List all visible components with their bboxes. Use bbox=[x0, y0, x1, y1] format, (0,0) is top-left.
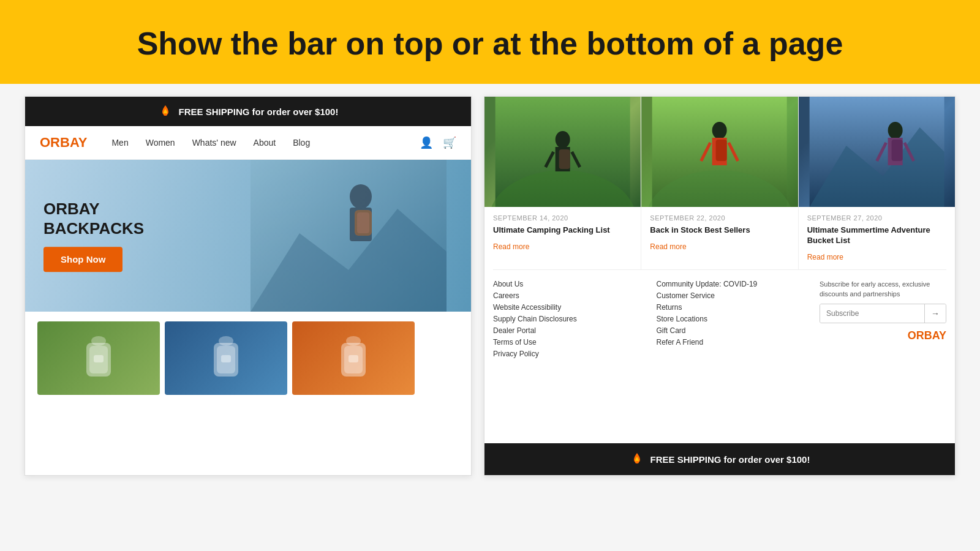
svg-rect-23 bbox=[559, 149, 570, 169]
hiking-image-2 bbox=[641, 97, 797, 207]
footer-supply-chain[interactable]: Supply Chain Disclosures bbox=[493, 315, 644, 323]
product-thumb-2[interactable] bbox=[165, 321, 287, 395]
right-panel: SEPTEMBER 14, 2020 Ultimate Camping Pack… bbox=[484, 96, 956, 476]
svg-rect-14 bbox=[221, 355, 231, 362]
flame-icon bbox=[158, 104, 173, 119]
shop-now-button[interactable]: Shop Now bbox=[43, 247, 123, 272]
hiking-image-1 bbox=[484, 97, 641, 207]
svg-rect-18 bbox=[349, 355, 358, 362]
blog-card-1-image bbox=[484, 97, 641, 207]
backpack-image-3 bbox=[335, 334, 372, 383]
svg-rect-37 bbox=[891, 140, 902, 161]
footer-refer-friend[interactable]: Refer A Friend bbox=[657, 338, 808, 347]
cart-icon[interactable]: 🛒 bbox=[443, 136, 456, 149]
blog-card-1-content: SEPTEMBER 14, 2020 Ultimate Camping Pack… bbox=[484, 207, 641, 259]
footer-col-2: Community Update: COVID-19 Customer Serv… bbox=[657, 280, 808, 361]
bottom-shipping-text: FREE SHIPPING for order over $100! bbox=[650, 454, 810, 465]
nav-link-men[interactable]: Men bbox=[111, 138, 128, 148]
hero-section: ORBAY BACKPACKS Shop Now bbox=[25, 160, 471, 312]
svg-point-9 bbox=[91, 336, 106, 346]
svg-point-3 bbox=[350, 184, 372, 209]
shipping-bar-text: FREE SHIPPING for order over $100! bbox=[179, 107, 339, 117]
top-banner: Show the bar on top or at the bottom of … bbox=[0, 0, 980, 84]
footer-customer-service[interactable]: Customer Service bbox=[657, 291, 808, 300]
footer-careers[interactable]: Careers bbox=[493, 291, 644, 300]
user-icon[interactable]: 👤 bbox=[420, 136, 433, 149]
blog-card-2: SEPTEMBER 22, 2020 Back in Stock Best Se… bbox=[641, 97, 798, 269]
blog-cards: SEPTEMBER 14, 2020 Ultimate Camping Pack… bbox=[484, 97, 955, 269]
blog-card-2-content: SEPTEMBER 22, 2020 Back in Stock Best Se… bbox=[641, 207, 797, 259]
flame-icon-bottom bbox=[630, 452, 644, 467]
hero-image bbox=[251, 160, 447, 312]
blog-card-1-read-more[interactable]: Read more bbox=[493, 242, 529, 251]
footer-terms[interactable]: Terms of Use bbox=[493, 338, 644, 347]
blog-card-1: SEPTEMBER 14, 2020 Ultimate Camping Pack… bbox=[484, 97, 641, 269]
nav-bar: ORBAY Men Women Whats' new About Blog 👤 … bbox=[25, 126, 471, 160]
blog-card-2-date: SEPTEMBER 22, 2020 bbox=[650, 214, 789, 222]
product-thumb-3[interactable] bbox=[292, 321, 415, 395]
subscribe-form: → bbox=[820, 304, 946, 323]
svg-rect-6 bbox=[357, 212, 369, 233]
footer-privacy[interactable]: Privacy Policy bbox=[493, 350, 644, 358]
nav-logo[interactable]: ORBAY bbox=[40, 135, 87, 151]
footer-returns[interactable]: Returns bbox=[657, 303, 808, 312]
backpack-image-2 bbox=[208, 334, 244, 383]
blog-card-1-date: SEPTEMBER 14, 2020 bbox=[493, 214, 632, 222]
main-content: FREE SHIPPING for order over $100! ORBAY… bbox=[0, 96, 980, 476]
blog-card-3: SEPTEMBER 27, 2020 Ultimate Summertime A… bbox=[799, 97, 955, 269]
product-thumb-1[interactable] bbox=[37, 321, 160, 395]
main-heading: Show the bar on top or at the bottom of … bbox=[12, 24, 968, 62]
top-shipping-bar: FREE SHIPPING for order over $100! bbox=[25, 97, 471, 126]
footer-links: About Us Careers Website Accessibility S… bbox=[484, 270, 955, 369]
footer-dealer-portal[interactable]: Dealer Portal bbox=[493, 326, 644, 335]
hero-title: ORBAY BACKPACKS bbox=[43, 200, 144, 238]
nav-link-blog[interactable]: Blog bbox=[293, 138, 310, 148]
subscribe-label: Subscribe for early access, exclusive di… bbox=[820, 280, 946, 299]
backpack-image-1 bbox=[80, 334, 117, 383]
footer-col-1: About Us Careers Website Accessibility S… bbox=[493, 280, 644, 361]
footer-logo[interactable]: ORBAY bbox=[820, 329, 946, 342]
blog-card-3-read-more[interactable]: Read more bbox=[807, 253, 843, 261]
product-row bbox=[25, 312, 471, 405]
nav-link-whatsnew[interactable]: Whats' new bbox=[192, 138, 236, 148]
svg-point-21 bbox=[556, 131, 570, 148]
blog-card-2-title: Back in Stock Best Sellers bbox=[650, 225, 789, 236]
svg-point-0 bbox=[164, 113, 167, 116]
footer-gift-card[interactable]: Gift Card bbox=[657, 326, 808, 335]
subscribe-input[interactable] bbox=[820, 304, 924, 323]
hiking-image-3 bbox=[799, 97, 955, 207]
nav-link-about[interactable]: About bbox=[254, 138, 276, 148]
svg-point-28 bbox=[712, 122, 727, 139]
left-panel: FREE SHIPPING for order over $100! ORBAY… bbox=[24, 96, 472, 476]
blog-card-2-read-more[interactable]: Read more bbox=[650, 242, 686, 251]
blog-card-2-image bbox=[641, 97, 797, 207]
svg-point-13 bbox=[219, 336, 233, 346]
subscribe-button[interactable]: → bbox=[924, 304, 946, 323]
nav-links: Men Women Whats' new About Blog bbox=[111, 138, 401, 148]
svg-rect-10 bbox=[94, 355, 104, 362]
svg-point-40 bbox=[635, 461, 639, 463]
blog-card-3-date: SEPTEMBER 27, 2020 bbox=[807, 214, 946, 222]
svg-rect-30 bbox=[716, 140, 727, 161]
blog-card-3-image bbox=[799, 97, 955, 207]
blog-card-3-title: Ultimate Summertime Adventure Bucket Lis… bbox=[807, 225, 946, 246]
footer-website-accessibility[interactable]: Website Accessibility bbox=[493, 303, 644, 312]
nav-link-women[interactable]: Women bbox=[146, 138, 175, 148]
footer-store-locations[interactable]: Store Locations bbox=[657, 315, 808, 323]
bottom-shipping-bar: FREE SHIPPING for order over $100! bbox=[484, 443, 955, 475]
blog-card-1-title: Ultimate Camping Packing List bbox=[493, 225, 632, 236]
footer-covid[interactable]: Community Update: COVID-19 bbox=[657, 280, 808, 288]
nav-icons: 👤 🛒 bbox=[420, 136, 456, 149]
blog-card-3-content: SEPTEMBER 27, 2020 Ultimate Summertime A… bbox=[799, 207, 955, 269]
svg-point-35 bbox=[888, 122, 902, 139]
footer-subscribe-col: Subscribe for early access, exclusive di… bbox=[820, 280, 946, 361]
footer-about-us[interactable]: About Us bbox=[493, 280, 644, 288]
hero-text: ORBAY BACKPACKS Shop Now bbox=[43, 200, 144, 272]
svg-point-17 bbox=[346, 336, 361, 346]
